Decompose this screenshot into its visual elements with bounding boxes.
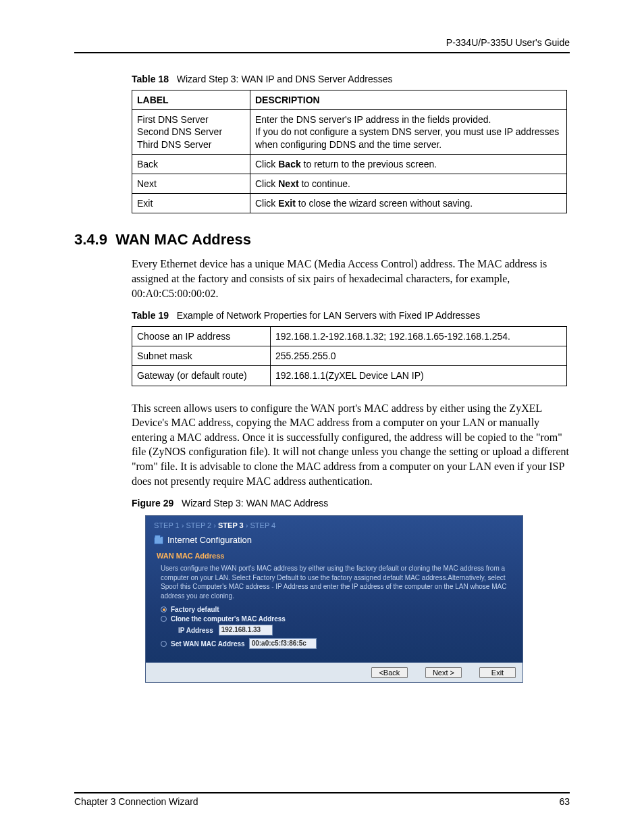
folder-icon (154, 536, 163, 544)
cell-text: If you do not configure a system DNS ser… (255, 126, 559, 149)
table18-head-desc: DESCRIPTION (250, 90, 567, 110)
cell-text: Exit (132, 194, 250, 213)
cell-text: to return to the previous screen. (301, 159, 437, 170)
figure29-caption-label: Figure 29 (132, 498, 173, 509)
paragraph: Every Ethernet device has a unique MAC (… (132, 257, 570, 301)
table19: Choose an IP address 192.168.1.2-192.168… (132, 326, 567, 386)
wizard-steps: STEP 1 › STEP 2 › STEP 3 › STEP 4 (154, 521, 514, 529)
cell-text: First DNS Server (137, 114, 209, 125)
table18-caption: Table 18 Wizard Step 3: WAN IP and DNS S… (132, 74, 570, 84)
option-set-wan-mac[interactable]: Set WAN MAC Address 00:a0:c5:f3:86:5c (161, 638, 514, 649)
figure29-caption: Figure 29 Wizard Step 3: WAN MAC Address (132, 498, 570, 509)
cell-text: Click (255, 159, 278, 170)
option-label: Set WAN MAC Address (171, 640, 245, 648)
mac-address-input[interactable]: 00:a0:c5:f3:86:5c (249, 638, 317, 649)
cell-text: Choose an IP address (132, 327, 271, 346)
wizard-screenshot: STEP 1 › STEP 2 › STEP 3 › STEP 4 Intern… (145, 515, 523, 683)
cell-text: Click (255, 178, 278, 189)
option-label: Clone the computer's MAC Address (171, 615, 286, 623)
cell-text: Second DNS Server (137, 126, 222, 137)
next-button[interactable]: Next > (425, 667, 462, 678)
cell-text: to close the wizard screen without savin… (296, 198, 473, 209)
option-label: Factory default (171, 606, 219, 613)
step-sep: › (211, 521, 218, 529)
footer-rule (74, 792, 570, 793)
cell-text: Gateway (or default route) (132, 366, 271, 386)
wizard-section-heading: WAN MAC Address (157, 552, 514, 560)
table-row: Gateway (or default route) 192.168.1.1(Z… (132, 366, 567, 386)
ip-address-label: IP Address (178, 627, 213, 634)
cell-text: to continue. (299, 178, 350, 189)
section-heading: 3.4.9 WAN MAC Address (74, 231, 570, 249)
table18-caption-text: Wizard Step 3: WAN IP and DNS Server Add… (177, 74, 393, 84)
running-header: P-334U/P-335U User's Guide (74, 37, 570, 48)
exit-button[interactable]: Exit (479, 667, 516, 678)
wizard-description: Users configure the WAN port's MAC addre… (161, 564, 512, 600)
header-rule (74, 52, 570, 53)
paragraph: This screen allows users to configure th… (132, 401, 570, 489)
cell-bold: Next (278, 178, 298, 189)
back-button[interactable]: <Back (371, 667, 408, 678)
table19-caption: Table 19 Example of Network Properties f… (132, 310, 570, 321)
step-3: STEP 3 (218, 521, 244, 529)
cell-text: Back (132, 154, 250, 174)
cell-text: 255.255.255.0 (271, 346, 567, 366)
table-row: Exit Click Exit to close the wizard scre… (132, 194, 567, 213)
footer-page-number: 63 (559, 796, 570, 807)
option-clone-mac[interactable]: Clone the computer's MAC Address (161, 615, 514, 623)
step-sep: › (244, 521, 250, 529)
step-1: STEP 1 (154, 521, 180, 529)
section-number: 3.4.9 (74, 231, 107, 248)
table18-caption-label: Table 18 (132, 74, 169, 84)
table19-caption-text: Example of Network Properties for LAN Se… (177, 310, 480, 321)
table-row: Back Click Back to return to the previou… (132, 154, 567, 174)
table-row: Next Click Next to continue. (132, 174, 567, 193)
radio-icon[interactable] (161, 606, 167, 613)
table18: LABEL DESCRIPTION First DNS Server Secon… (132, 90, 567, 213)
table-row: Choose an IP address 192.168.1.2-192.168… (132, 327, 567, 346)
table18-head-label: LABEL (132, 90, 250, 110)
step-2: STEP 2 (186, 521, 212, 529)
cell-text: 192.168.1.2-192.168.1.32; 192.168.1.65-1… (271, 327, 567, 346)
cell-text: Subnet mask (132, 346, 271, 366)
step-sep: › (180, 521, 186, 529)
radio-icon[interactable] (161, 616, 167, 622)
table-row: Subnet mask 255.255.255.0 (132, 346, 567, 366)
page-footer: Chapter 3 Connection Wizard 63 (74, 792, 570, 807)
ip-address-input[interactable]: 192.168.1.33 (219, 625, 273, 635)
cell-text: 192.168.1.1(ZyXEL Device LAN IP) (271, 366, 567, 386)
table-row: First DNS Server Second DNS Server Third… (132, 110, 567, 155)
radio-icon[interactable] (161, 641, 167, 647)
wizard-title: Internet Configuration (167, 535, 252, 545)
option-factory-default[interactable]: Factory default (161, 606, 514, 613)
cell-text: Enter the DNS server's IP address in the… (255, 114, 491, 125)
footer-chapter: Chapter 3 Connection Wizard (74, 796, 198, 807)
figure29-caption-text: Wizard Step 3: WAN MAC Address (182, 498, 328, 509)
cell-bold: Exit (278, 198, 296, 209)
cell-text: Third DNS Server (137, 139, 211, 150)
cell-text: Click (255, 198, 278, 209)
section-title: WAN MAC Address (115, 231, 251, 248)
step-4: STEP 4 (250, 521, 276, 529)
cell-text: Next (132, 174, 250, 193)
table19-caption-label: Table 19 (132, 310, 169, 321)
cell-bold: Back (278, 159, 300, 170)
